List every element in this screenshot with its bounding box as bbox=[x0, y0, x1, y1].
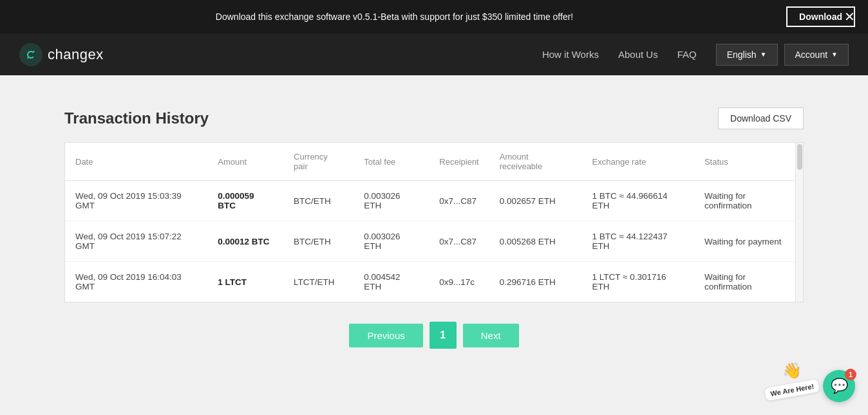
col-amount: Amount bbox=[207, 143, 283, 181]
account-caret-icon: ▼ bbox=[831, 51, 838, 58]
previous-button[interactable]: Previous bbox=[349, 324, 422, 347]
nav-links: How it Works About Us FAQ bbox=[542, 49, 697, 60]
banner-text: Download this exchange software v0.5.1-B… bbox=[13, 12, 776, 22]
col-amount-receiveable: Amount receiveable bbox=[489, 143, 582, 181]
logo-link[interactable]: changex bbox=[19, 43, 542, 66]
table-body: Wed, 09 Oct 2019 15:03:39 GMT 0.000059 B… bbox=[65, 181, 803, 302]
chat-widget: 👋 We Are Here! 💬 1 bbox=[764, 362, 855, 402]
chat-badge: 1 bbox=[845, 369, 856, 380]
language-caret-icon: ▼ bbox=[760, 51, 767, 58]
chat-icon: 💬 bbox=[831, 378, 848, 394]
language-button[interactable]: English ▼ bbox=[716, 44, 778, 66]
banner-close-button[interactable]: ✕ bbox=[844, 10, 855, 23]
main-content: Transaction History Download CSV Date Am… bbox=[0, 75, 868, 387]
logo-icon bbox=[19, 43, 42, 66]
language-label: English bbox=[727, 50, 757, 60]
transaction-table: Date Amount Currency pair Total fee Rece… bbox=[65, 143, 803, 302]
cell-date: Wed, 09 Oct 2019 15:07:22 GMT bbox=[65, 221, 207, 262]
nav-how-it-works[interactable]: How it Works bbox=[542, 49, 599, 60]
navbar: changex How it Works About Us FAQ Englis… bbox=[0, 33, 868, 75]
cell-currency-pair: LTCT/ETH bbox=[283, 262, 354, 302]
table-header: Date Amount Currency pair Total fee Rece… bbox=[65, 143, 803, 181]
col-exchange-rate: Exchange rate bbox=[582, 143, 694, 181]
cell-status: Waiting for confirmation bbox=[694, 262, 803, 302]
cell-exchange-rate: 1 BTC ≈ 44.122437 ETH bbox=[582, 221, 694, 262]
cell-amount-receiveable: 0.005268 ETH bbox=[489, 221, 582, 262]
wave-emoji: 👋 bbox=[782, 362, 802, 380]
table-row: Wed, 09 Oct 2019 15:03:39 GMT 0.000059 B… bbox=[65, 181, 803, 221]
chat-bubble-button[interactable]: 💬 1 bbox=[823, 370, 855, 402]
col-date: Date bbox=[65, 143, 207, 181]
nav-faq[interactable]: FAQ bbox=[677, 49, 697, 60]
cell-exchange-rate: 1 LTCT ≈ 0.301716 ETH bbox=[582, 262, 694, 302]
transaction-table-container: Date Amount Currency pair Total fee Rece… bbox=[64, 142, 804, 302]
col-total-fee: Total fee bbox=[354, 143, 429, 181]
account-button[interactable]: Account ▼ bbox=[784, 44, 849, 66]
pagination: Previous 1 Next bbox=[64, 322, 804, 368]
cell-amount-receiveable: 0.002657 ETH bbox=[489, 181, 582, 221]
col-recipient: Receipient bbox=[429, 143, 489, 181]
cell-currency-pair: BTC/ETH bbox=[283, 221, 354, 262]
nav-about-us[interactable]: About Us bbox=[618, 49, 658, 60]
cell-date: Wed, 09 Oct 2019 15:03:39 GMT bbox=[65, 181, 207, 221]
page-1-button[interactable]: 1 bbox=[429, 322, 457, 349]
col-status: Status bbox=[694, 143, 803, 181]
next-button[interactable]: Next bbox=[463, 324, 519, 347]
chat-label-text: We Are Here! bbox=[763, 378, 820, 402]
cell-recipient: 0x7...C87 bbox=[429, 181, 489, 221]
cell-status: Waiting for payment bbox=[694, 221, 803, 262]
section-header: Transaction History Download CSV bbox=[64, 107, 804, 129]
scrollbar[interactable] bbox=[795, 143, 803, 302]
cell-total-fee: 0.004542 ETH bbox=[354, 262, 429, 302]
scrollbar-thumb bbox=[797, 144, 802, 170]
cell-total-fee: 0.003026 ETH bbox=[354, 221, 429, 262]
cell-recipient: 0x9...17c bbox=[429, 262, 489, 302]
cell-date: Wed, 09 Oct 2019 16:04:03 GMT bbox=[65, 262, 207, 302]
cell-amount: 1 LTCT bbox=[207, 262, 283, 302]
table-row: Wed, 09 Oct 2019 16:04:03 GMT 1 LTCT LTC… bbox=[65, 262, 803, 302]
download-csv-button[interactable]: Download CSV bbox=[718, 107, 804, 129]
cell-total-fee: 0.003026 ETH bbox=[354, 181, 429, 221]
cell-exchange-rate: 1 BTC ≈ 44.966614 ETH bbox=[582, 181, 694, 221]
account-label: Account bbox=[795, 50, 828, 60]
announcement-banner: Download this exchange software v0.5.1-B… bbox=[0, 0, 868, 33]
cell-recipient: 0x7...C87 bbox=[429, 221, 489, 262]
cell-status: Waiting for confirmation bbox=[694, 181, 803, 221]
logo-text: changex bbox=[48, 46, 104, 63]
table-row: Wed, 09 Oct 2019 15:07:22 GMT 0.00012 BT… bbox=[65, 221, 803, 262]
cell-amount-receiveable: 0.296716 ETH bbox=[489, 262, 582, 302]
cell-amount: 0.000059 BTC bbox=[207, 181, 283, 221]
col-currency-pair: Currency pair bbox=[283, 143, 354, 181]
cell-amount: 0.00012 BTC bbox=[207, 221, 283, 262]
svg-point-0 bbox=[19, 43, 42, 66]
page-title: Transaction History bbox=[64, 109, 209, 127]
cell-currency-pair: BTC/ETH bbox=[283, 181, 354, 221]
